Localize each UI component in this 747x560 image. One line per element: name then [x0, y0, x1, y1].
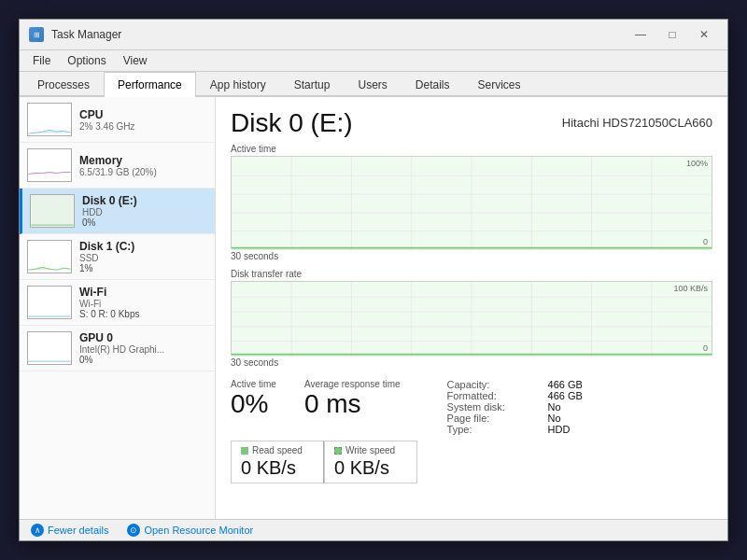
active-time-svg — [232, 157, 712, 250]
menu-view[interactable]: View — [116, 52, 155, 69]
sidebar: CPU 2% 3.46 GHz Memory 6.5/31.9 GB (20%) — [20, 97, 216, 519]
tab-startup[interactable]: Startup — [280, 72, 345, 97]
active-time-top: 100% — [686, 159, 708, 168]
cpu-label: CPU — [79, 108, 207, 121]
fewer-details-button[interactable]: ∧ Fewer details — [31, 524, 108, 537]
type-row: Type: HDD — [447, 424, 583, 435]
system-disk-val: No — [548, 401, 561, 413]
open-resource-monitor-label: Open Resource Monitor — [144, 525, 253, 536]
tab-services[interactable]: Services — [464, 72, 535, 97]
write-speed-label: Write speed — [345, 445, 395, 455]
sidebar-item-disk1[interactable]: Disk 1 (C:) SSD 1% — [20, 234, 215, 280]
sidebar-item-wifi[interactable]: Wi-Fi Wi-Fi S: 0 R: 0 Kbps — [20, 280, 215, 326]
open-resource-monitor-button[interactable]: ⊙ Open Resource Monitor — [127, 524, 253, 537]
write-speed-label-row: Write speed — [334, 445, 407, 455]
tab-users[interactable]: Users — [344, 72, 401, 97]
sidebar-item-memory[interactable]: Memory 6.5/31.9 GB (20%) — [20, 143, 215, 189]
active-time-stat: Active time 0% — [231, 379, 276, 419]
tab-app-history[interactable]: App history — [196, 72, 280, 97]
menu-options[interactable]: Options — [60, 52, 113, 69]
disk0-info: Disk 0 (E:) HDD 0% — [82, 194, 207, 228]
formatted-key: Formatted: — [447, 390, 541, 401]
tab-processes[interactable]: Processes — [23, 72, 104, 97]
memory-label: Memory — [79, 154, 207, 167]
content-area: CPU 2% 3.46 GHz Memory 6.5/31.9 GB (20%) — [20, 97, 727, 519]
read-speed-block: Read speed 0 KB/s — [231, 441, 324, 483]
system-disk-key: System disk: — [447, 401, 541, 413]
avg-response-stat: Average response time 0 ms — [304, 379, 401, 419]
sidebar-item-cpu[interactable]: CPU 2% 3.46 GHz — [20, 97, 215, 143]
capacity-val: 466 GB — [548, 379, 583, 390]
memory-mini-graph — [27, 148, 72, 182]
read-dot — [241, 447, 248, 455]
read-speed-label-row: Read speed — [241, 445, 314, 455]
footer: ∧ Fewer details ⊙ Open Resource Monitor — [20, 519, 727, 540]
menu-bar: File Options View — [20, 50, 727, 72]
formatted-val: 466 GB — [548, 390, 583, 401]
disk1-type: SSD — [79, 253, 207, 263]
svg-rect-2 — [31, 195, 73, 227]
gpu-label: GPU 0 — [79, 331, 207, 344]
cpu-info: CPU 2% 3.46 GHz — [79, 108, 207, 132]
read-speed-label: Read speed — [252, 445, 303, 455]
active-time-stat-label: Active time — [231, 379, 276, 389]
close-button[interactable]: ✕ — [690, 25, 718, 44]
app-icon: ⊞ — [29, 27, 44, 42]
active-time-bottom-val: 0 — [703, 237, 708, 246]
tab-details[interactable]: Details — [402, 72, 464, 97]
main-header: Disk 0 (E:) Hitachi HDS721050CLA660 — [231, 108, 712, 138]
transfer-bottom-val: 0 — [703, 343, 708, 353]
page-file-row: Page file: No — [447, 413, 583, 424]
sidebar-item-gpu[interactable]: GPU 0 Intel(R) HD Graphi... 0% — [20, 326, 215, 371]
wifi-mini-graph — [27, 286, 72, 319]
page-file-val: No — [548, 413, 561, 424]
tab-performance[interactable]: Performance — [104, 72, 196, 97]
minimize-button[interactable]: — — [627, 25, 655, 44]
stats-area: Active time 0% Average response time 0 m… — [231, 379, 712, 435]
wifi-info: Wi-Fi Wi-Fi S: 0 R: 0 Kbps — [79, 286, 207, 319]
type-key: Type: — [447, 424, 541, 435]
capacity-row: Capacity: 466 GB — [447, 379, 583, 390]
active-time-chart-section: Active time 100% — [231, 144, 712, 265]
gpu-mini-graph — [27, 331, 72, 365]
disk1-mini-graph — [27, 240, 72, 273]
transfer-rate-chart: 100 KB/s — [231, 281, 712, 356]
disk1-pct: 1% — [79, 263, 207, 273]
cpu-mini-graph — [27, 103, 72, 136]
resource-monitor-icon: ⊙ — [127, 524, 140, 537]
capacity-key: Capacity: — [447, 379, 541, 390]
disk0-label: Disk 0 (E:) — [82, 194, 207, 207]
svg-rect-5 — [28, 332, 70, 364]
gpu-info: GPU 0 Intel(R) HD Graphi... 0% — [79, 331, 207, 365]
speed-row: Read speed 0 KB/s Write speed 0 KB/s — [231, 441, 712, 483]
maximize-button[interactable]: □ — [658, 25, 686, 44]
main-panel: Disk 0 (E:) Hitachi HDS721050CLA660 Acti… — [216, 97, 727, 519]
disk1-info: Disk 1 (C:) SSD 1% — [79, 240, 207, 273]
menu-file[interactable]: File — [25, 52, 58, 69]
sidebar-item-disk0[interactable]: Disk 0 (E:) HDD 0% — [20, 189, 215, 234]
active-time-label: Active time — [231, 144, 712, 154]
device-name: Hitachi HDS721050CLA660 — [562, 116, 712, 130]
formatted-row: Formatted: 466 GB — [447, 390, 583, 401]
title-bar: ⊞ Task Manager — □ ✕ — [20, 20, 727, 50]
fewer-details-icon: ∧ — [31, 524, 44, 537]
active-time-stat-val: 0% — [231, 389, 276, 419]
task-manager-window: ⊞ Task Manager — □ ✕ File Options View P… — [19, 19, 728, 541]
transfer-rate-chart-section: Disk transfer rate 100 KB/s — [231, 269, 712, 371]
write-dot — [334, 447, 342, 455]
wifi-label: Wi-Fi — [79, 286, 207, 299]
cpu-sub: 2% 3.46 GHz — [79, 121, 207, 132]
disk-details: Capacity: 466 GB Formatted: 466 GB Syste… — [447, 379, 583, 435]
write-speed-val: 0 KB/s — [334, 457, 407, 479]
window-title: Task Manager — [51, 28, 121, 41]
memory-sub: 6.5/31.9 GB (20%) — [79, 167, 207, 177]
page-file-key: Page file: — [447, 413, 541, 424]
memory-info: Memory 6.5/31.9 GB (20%) — [79, 154, 207, 177]
write-speed-block: Write speed 0 KB/s — [324, 441, 417, 483]
avg-response-label: Average response time — [304, 379, 401, 389]
transfer-bottom-time: 30 seconds — [231, 357, 712, 368]
active-time-chart: 100% — [231, 156, 712, 249]
read-speed-val: 0 KB/s — [241, 457, 314, 479]
disk1-label: Disk 1 (C:) — [79, 240, 207, 253]
svg-rect-1 — [28, 149, 70, 181]
